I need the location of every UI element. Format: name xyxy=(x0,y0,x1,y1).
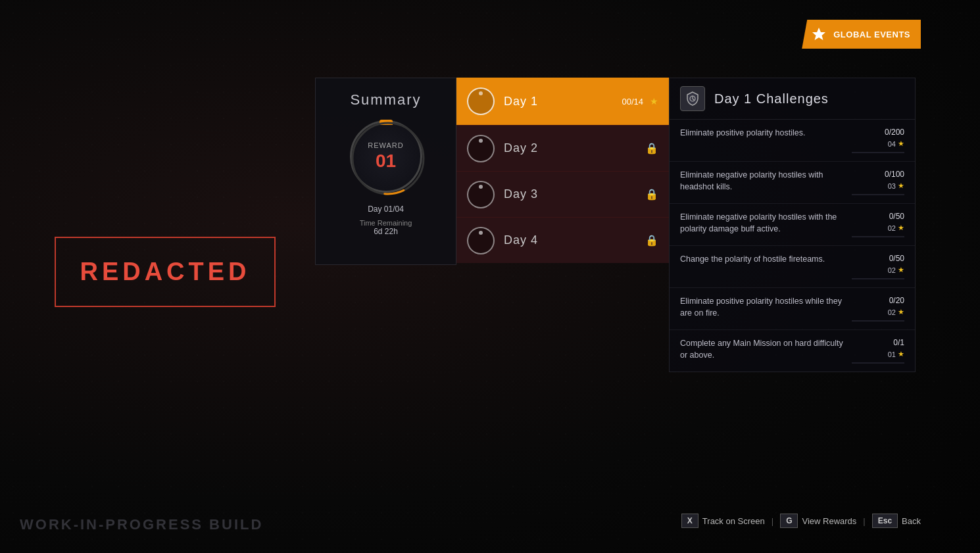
challenge-2-stars-count: 03 xyxy=(888,182,896,190)
day-2-row[interactable]: Day 2 🔒 xyxy=(456,125,669,171)
separator-1: | xyxy=(772,516,773,526)
challenge-6-right: 0/1 01 ★ xyxy=(852,338,904,364)
challenges-header: Day 1 Challenges xyxy=(670,78,915,120)
day-1-star: ★ xyxy=(650,96,658,107)
wip-text: WORK-IN-PROGRESS BUILD xyxy=(20,516,263,533)
challenge-6-progress: 0/1 xyxy=(893,338,904,347)
challenge-5-right: 0/20 02 ★ xyxy=(852,296,904,322)
day-2-circle xyxy=(467,135,495,162)
day-4-name: Day 4 xyxy=(504,233,645,247)
challenge-4-star-icon: ★ xyxy=(898,266,904,274)
summary-panel: Summary Reward 01 Day 01/04 Time Remaini… xyxy=(315,78,456,265)
day-1-circle-dot xyxy=(479,91,483,95)
challenge-6-star-icon: ★ xyxy=(898,350,904,358)
track-key: X xyxy=(681,514,698,528)
challenge-4-bar xyxy=(852,278,904,279)
day-4-row[interactable]: Day 4 🔒 xyxy=(456,217,669,263)
day-3-circle xyxy=(467,181,495,208)
challenge-1-stars: 04 ★ xyxy=(888,139,904,148)
challenge-row-1: Eliminate positive polarity hostiles. 0/… xyxy=(670,120,915,162)
challenge-2-progress: 0/100 xyxy=(885,170,904,179)
reward-label: Reward xyxy=(368,141,403,149)
challenge-3-stars: 02 ★ xyxy=(888,224,904,232)
day-4-circle xyxy=(467,227,495,254)
bottom-controls: X Track on Screen | G View Rewards | Esc… xyxy=(681,514,921,528)
challenge-4-stars: 02 ★ xyxy=(888,266,904,274)
challenges-shield-icon xyxy=(680,86,705,111)
challenges-panel: Day 1 Challenges Eliminate positive pola… xyxy=(669,78,916,372)
redacted-box: REDACTED xyxy=(55,237,276,307)
separator-2: | xyxy=(863,516,865,526)
rewards-key: G xyxy=(780,514,798,528)
challenge-3-right: 0/50 02 ★ xyxy=(852,212,904,237)
challenge-row-5: Eliminate positive polarity hostiles whi… xyxy=(670,288,915,330)
challenge-1-right: 0/200 04 ★ xyxy=(852,128,904,153)
day-4-circle-dot xyxy=(479,231,483,235)
time-remaining-label: Time Remaining xyxy=(360,219,412,227)
challenge-row-4: Change the polarity of hostile fireteams… xyxy=(670,246,915,288)
global-events-button[interactable]: Global Events xyxy=(802,20,921,49)
challenge-3-progress: 0/50 xyxy=(889,212,904,221)
challenge-4-progress: 0/50 xyxy=(889,254,904,263)
challenges-title: Day 1 Challenges xyxy=(714,91,829,107)
challenge-row-3: Eliminate negative polarity hostiles wit… xyxy=(670,204,915,246)
challenge-5-stars: 02 ★ xyxy=(888,308,904,316)
challenge-6-desc: Complete any Main Mission on hard diffic… xyxy=(680,338,845,361)
challenge-1-bar xyxy=(852,152,904,153)
back-key: Esc xyxy=(872,514,898,528)
global-events-label: Global Events xyxy=(833,30,910,39)
time-remaining-value: 6d 22h xyxy=(374,227,398,236)
challenge-1-star-icon: ★ xyxy=(898,139,904,148)
day-4-lock-icon: 🔒 xyxy=(645,234,658,247)
challenge-4-stars-count: 02 xyxy=(888,266,896,274)
challenge-6-stars-count: 01 xyxy=(888,350,896,358)
day-1-circle xyxy=(467,87,495,115)
challenge-2-stars: 03 ★ xyxy=(888,181,904,190)
challenge-1-desc: Eliminate positive polarity hostiles. xyxy=(680,128,845,139)
challenge-row-6: Complete any Main Mission on hard diffic… xyxy=(670,330,915,372)
challenge-4-right: 0/50 02 ★ xyxy=(852,254,904,279)
summary-title: Summary xyxy=(350,91,421,108)
challenge-3-desc: Eliminate negative polarity hostiles wit… xyxy=(680,212,845,235)
challenge-6-bar xyxy=(852,362,904,364)
svg-marker-0 xyxy=(812,28,825,40)
day-1-name: Day 1 xyxy=(504,95,622,108)
day-3-name: Day 3 xyxy=(504,187,645,201)
challenge-6-stars: 01 ★ xyxy=(888,350,904,358)
challenge-row-2: Eliminate negative polarity hostiles wit… xyxy=(670,162,915,204)
challenge-5-progress: 0/20 xyxy=(889,296,904,305)
challenge-2-bar xyxy=(852,194,904,195)
day-1-row[interactable]: Day 1 00/14 ★ xyxy=(456,78,669,125)
day-3-row[interactable]: Day 3 🔒 xyxy=(456,171,669,217)
track-label: Track on Screen xyxy=(702,516,765,526)
days-panel: Day 1 00/14 ★ Day 2 🔒 Day 3 🔒 Day 4 🔒 xyxy=(456,78,669,263)
day-3-circle-dot xyxy=(479,185,483,189)
global-events-icon xyxy=(810,25,828,43)
challenge-3-star-icon: ★ xyxy=(898,224,904,232)
day-3-lock-icon: 🔒 xyxy=(645,188,658,201)
challenge-2-desc: Eliminate negative polarity hostiles wit… xyxy=(680,170,845,193)
challenge-4-desc: Change the polarity of hostile fireteams… xyxy=(680,254,845,266)
challenge-1-stars-count: 04 xyxy=(888,140,896,148)
reward-number: 01 xyxy=(376,151,396,172)
day-2-circle-dot xyxy=(479,139,483,143)
challenge-3-bar xyxy=(852,236,904,237)
challenge-5-desc: Eliminate positive polarity hostiles whi… xyxy=(680,296,845,319)
redacted-text: REDACTED xyxy=(80,258,250,286)
challenge-2-right: 0/100 03 ★ xyxy=(852,170,904,195)
day-1-progress: 00/14 xyxy=(622,97,643,107)
challenge-1-progress: 0/200 xyxy=(885,128,904,137)
rewards-label: View Rewards xyxy=(802,516,856,526)
day-info: Day 01/04 xyxy=(368,204,404,214)
reward-circle: Reward 01 xyxy=(350,120,422,193)
challenge-2-star-icon: ★ xyxy=(898,181,904,190)
back-label: Back xyxy=(902,516,921,526)
day-2-lock-icon: 🔒 xyxy=(645,142,658,155)
challenge-5-stars-count: 02 xyxy=(888,308,896,316)
challenge-5-bar xyxy=(852,320,904,322)
challenge-3-stars-count: 02 xyxy=(888,224,896,232)
challenge-5-star-icon: ★ xyxy=(898,308,904,316)
day-2-name: Day 2 xyxy=(504,141,645,155)
